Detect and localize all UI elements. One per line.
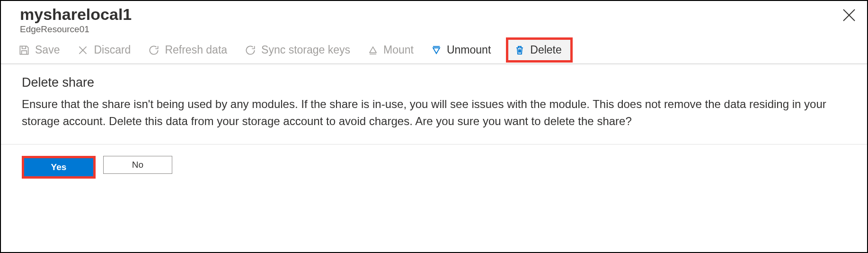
- sync-label: Sync storage keys: [261, 44, 350, 56]
- mount-label: Mount: [383, 44, 414, 56]
- no-label: No: [132, 160, 143, 170]
- discard-button: Discard: [77, 44, 131, 56]
- discard-label: Discard: [94, 44, 131, 56]
- panel-header: mysharelocal1 EdgeResource01: [1, 1, 867, 36]
- save-icon: [18, 44, 30, 56]
- delete-icon: [514, 45, 525, 56]
- command-bar: Save Discard Refresh data: [1, 36, 867, 64]
- delete-label: Delete: [530, 44, 561, 56]
- close-button[interactable]: [841, 8, 857, 23]
- sync-icon: [244, 44, 257, 56]
- delete-button[interactable]: Delete: [506, 37, 572, 63]
- unmount-icon: [431, 45, 442, 56]
- share-title: mysharelocal1: [20, 6, 848, 23]
- refresh-label: Refresh data: [165, 44, 227, 56]
- unmount-button[interactable]: Unmount: [431, 44, 491, 56]
- share-panel: mysharelocal1 EdgeResource01 Save: [0, 0, 868, 253]
- dialog-title: Delete share: [22, 75, 846, 90]
- refresh-data-button: Refresh data: [148, 44, 227, 56]
- no-button[interactable]: No: [103, 156, 172, 174]
- refresh-icon: [148, 44, 160, 56]
- dialog-content: Delete share Ensure that the share isn't…: [1, 64, 867, 145]
- yes-highlight: Yes: [22, 156, 96, 179]
- dialog-actions: Yes No: [1, 145, 867, 190]
- save-button: Save: [18, 44, 60, 56]
- discard-icon: [77, 44, 89, 56]
- sync-keys-button: Sync storage keys: [244, 44, 350, 56]
- yes-button[interactable]: Yes: [24, 158, 93, 176]
- yes-label: Yes: [51, 162, 67, 172]
- save-label: Save: [35, 44, 60, 56]
- resource-subtitle: EdgeResource01: [20, 24, 848, 35]
- close-icon: [841, 8, 857, 23]
- unmount-label: Unmount: [447, 44, 491, 56]
- mount-icon: [367, 45, 379, 56]
- dialog-body: Ensure that the share isn't being used b…: [22, 96, 846, 144]
- mount-button: Mount: [367, 44, 414, 56]
